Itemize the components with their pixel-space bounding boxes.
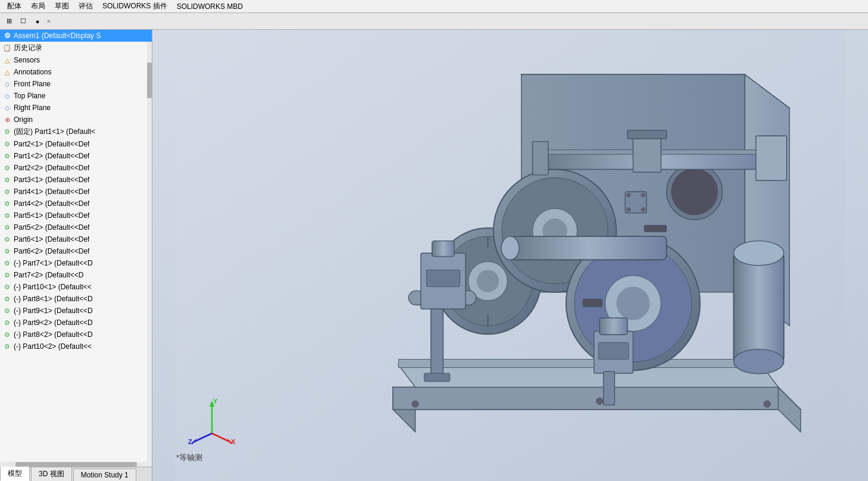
tree-item-part6_1[interactable]: ⚙Part6<1> (Default<<Def [0,233,147,245]
tree-item-part5_1[interactable]: ⚙Part5<1> (Default<<Def [0,210,147,221]
tree-item-part7_1[interactable]: ⚙(-) Part7<1> (Default<<D [0,257,147,269]
menu-item-peti[interactable]: 配体 [2,0,26,13]
tree-item-part5_2[interactable]: ⚙Part5<2> (Default<<Def [0,221,147,233]
model-svg [152,30,868,481]
tree-icon-part10_1: ⚙ [2,282,12,292]
toolbar-btn-window[interactable]: ☐ [17,15,30,28]
tree-item-part1_2[interactable]: ⚙Part1<2> (Default<<Def [0,150,147,162]
svg-rect-53 [627,130,667,139]
svg-rect-10 [393,387,778,410]
tree-item-part3_1[interactable]: ⚙Part3<1> (Default<<Def [0,174,147,186]
tree-label-top: Top Plane [14,92,45,100]
tree-label-sensors: Sensors [14,56,40,64]
tree-item-part6_2[interactable]: ⚙Part6<2> (Default<<Def [0,245,147,257]
tree-item-part10_1[interactable]: ⚙(-) Part10<1> (Default<< [0,281,147,293]
tree-item-part9_1[interactable]: ⚙(-) Part9<1> (Default<<D [0,305,147,317]
svg-rect-50 [600,318,627,335]
assem-icon: ⚙ [2,31,12,40]
svg-point-26 [616,287,650,320]
svg-rect-6 [644,225,667,232]
tree-header[interactable]: ⚙ Assem1 (Default<Display S [0,30,152,42]
tree-item-part4_1[interactable]: ⚙Part4<1> (Default<<Def [0,186,147,198]
tree-item-part8_2[interactable]: ⚙(-) Part8<2> (Default<<D [0,329,147,341]
tree-icon-part3_1: ⚙ [2,175,12,185]
toolbar-btn-circle[interactable]: ● [31,15,44,28]
tree-item-part1f[interactable]: ⚙(固定) Part1<1> (Default< [0,126,147,138]
svg-point-46 [733,241,783,266]
menu-item-sw1[interactable]: SOLIDWORKS 插件 [98,0,172,13]
tree-icon-origin: ⊕ [2,115,12,124]
tree-item-history[interactable]: 📋历史记录 [0,42,147,54]
tree-item-part2_1[interactable]: ⚙Part2<1> (Default<<Def [0,138,147,150]
tree-icon-right: ◇ [2,103,12,113]
tree-label-part4_1: Part4<1> (Default<<Def [14,188,89,196]
tree-item-origin[interactable]: ⊕Origin [0,114,147,126]
tree-icon-part5_1: ⚙ [2,211,12,220]
tree-item-annotations[interactable]: △Annotations [0,66,147,78]
svg-point-55 [764,401,770,407]
tree-header-label: Assem1 (Default<Display S [14,32,101,40]
tree-horiz-thumb[interactable] [15,462,137,467]
tree-item-part2_2[interactable]: ⚙Part2<2> (Default<<Def [0,162,147,174]
tree-label-part9_2: (-) Part9<2> (Default<<D [14,318,93,327]
tree-item-top[interactable]: ◇Top Plane [0,90,147,102]
tree-label-part2_1: Part2<1> (Default<<Def [14,140,89,148]
tree-icon-part6_1: ⚙ [2,235,12,244]
tree-item-sensors[interactable]: △Sensors [0,54,147,66]
svg-rect-44 [424,373,450,382]
tree-icon-sensors: △ [2,55,12,65]
menu-bar: 配体 布局 草图 评估 SOLIDWORKS 插件 SOLIDWORKS MBD [0,0,868,13]
viewport[interactable]: Y X Z *等轴测 [152,30,868,481]
menu-item-pingg[interactable]: 评估 [74,0,98,13]
view-label: *等轴测 [176,452,202,463]
tree-icon-history: 📋 [2,43,12,53]
toolbar-expand[interactable]: » [45,18,52,24]
svg-rect-42 [432,241,455,257]
tab-3dview[interactable]: 3D 视图 [31,467,72,481]
tree-scrollbar-thumb[interactable] [147,63,152,98]
svg-line-68 [193,433,212,442]
svg-marker-11 [398,365,778,388]
tree-label-part6_1: Part6<1> (Default<<Def [14,235,89,243]
tree-icon-annotations: △ [2,67,12,77]
svg-text:Y: Y [213,398,218,405]
svg-point-47 [733,349,783,374]
toolbar: ⊞ ☐ ● » [0,13,868,30]
bottom-tabs: 模型 3D 视图 Motion Study 1 [0,467,152,481]
tree-label-part1_2: Part1<2> (Default<<Def [14,152,89,160]
tree-label-part10_1: (-) Part10<1> (Default<< [14,283,92,291]
tree-icon-part6_2: ⚙ [2,246,12,256]
tree-item-part9_2[interactable]: ⚙(-) Part9<2> (Default<<D [0,317,147,329]
tree-scrollbar[interactable] [147,42,152,462]
tree-horiz-scrollbar[interactable] [0,462,152,467]
tree-icon-top: ◇ [2,91,12,101]
tree-item-part8_1[interactable]: ⚙(-) Part8<1> (Default<<D [0,293,147,305]
svg-point-16 [477,270,499,292]
tree-item-part7_2[interactable]: ⚙Part7<2> (Default<<D [0,269,147,281]
menu-item-sw2[interactable]: SOLIDWORKS MBD [172,1,248,12]
tree-item-part4_2[interactable]: ⚙Part4<2> (Default<<Def [0,198,147,210]
tree-icon-part9_1: ⚙ [2,306,12,316]
svg-point-59 [641,193,646,198]
menu-item-buju[interactable]: 布局 [26,0,50,13]
tab-motionstudy[interactable]: Motion Study 1 [73,468,136,481]
tree-icon-part1f: ⚙ [2,127,12,137]
menu-item-cotu[interactable]: 草图 [50,0,74,13]
tab-model[interactable]: 模型 [0,466,30,481]
toolbar-btn-grid[interactable]: ⊞ [2,15,15,28]
tree-item-front[interactable]: ◇Front Plane [0,78,147,90]
svg-point-60 [626,207,631,212]
tree-label-part8_1: (-) Part8<1> (Default<<D [14,295,93,303]
svg-point-58 [626,193,631,198]
tree-label-history: 历史记录 [14,43,42,53]
tree-icon-part10_2: ⚙ [2,342,12,351]
tree-icon-part4_1: ⚙ [2,187,12,196]
tree-item-part10_2[interactable]: ⚙(-) Part10<2> (Default<< [0,341,147,352]
tree-label-front: Front Plane [14,80,51,88]
svg-point-5 [671,168,718,215]
tree-item-right[interactable]: ◇Right Plane [0,102,147,114]
svg-text:X: X [231,438,236,445]
tree-label-part10_2: (-) Part10<2> (Default<< [14,342,92,351]
svg-point-61 [641,207,646,212]
tree-label-part2_2: Part2<2> (Default<<Def [14,164,89,172]
